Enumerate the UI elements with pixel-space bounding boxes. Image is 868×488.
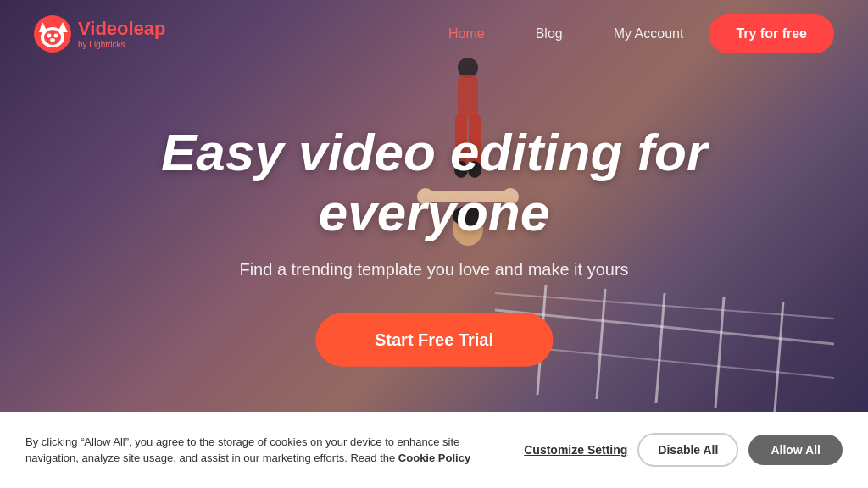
logo-text: Videoleap by Lightricks [78, 19, 166, 48]
svg-point-25 [54, 34, 58, 38]
cookie-bar: By clicking “Allow All”, you agree to th… [0, 412, 868, 488]
start-trial-button[interactable]: Start Free Trial [315, 313, 553, 366]
nav-blog[interactable]: Blog [536, 26, 563, 42]
cookie-policy-link[interactable]: Cookie Policy [398, 452, 470, 464]
nav-home[interactable]: Home [448, 26, 485, 42]
allow-all-button[interactable]: Allow All [748, 435, 843, 465]
cookie-actions: Customize Setting Disable All Allow All [524, 433, 843, 467]
logo[interactable]: Videoleap by Lightricks [34, 15, 166, 53]
hero-title: Easy video editing for everyone [86, 122, 781, 243]
hero-subtitle: Find a trending template you love and ma… [86, 259, 781, 279]
cookie-message: By clicking “Allow All”, you agree to th… [25, 435, 459, 465]
logo-icon [34, 15, 71, 53]
svg-rect-1 [458, 75, 478, 117]
svg-point-23 [44, 30, 61, 45]
cookie-text: By clicking “Allow All”, you agree to th… [25, 434, 507, 467]
customize-settings-button[interactable]: Customize Setting [524, 443, 627, 457]
nav-links: Home Blog My Account [448, 26, 683, 42]
nav-account[interactable]: My Account [614, 26, 684, 42]
svg-point-24 [47, 34, 52, 38]
navbar: Videoleap by Lightricks Home Blog My Acc… [0, 0, 868, 68]
brand-name: Videoleap [78, 19, 166, 39]
svg-point-26 [50, 38, 55, 42]
disable-all-button[interactable]: Disable All [637, 433, 738, 467]
hero-content: Easy video editing for everyone Find a t… [86, 122, 781, 367]
brand-sub: by Lightricks [78, 40, 166, 49]
try-free-button[interactable]: Try for free [709, 14, 834, 53]
